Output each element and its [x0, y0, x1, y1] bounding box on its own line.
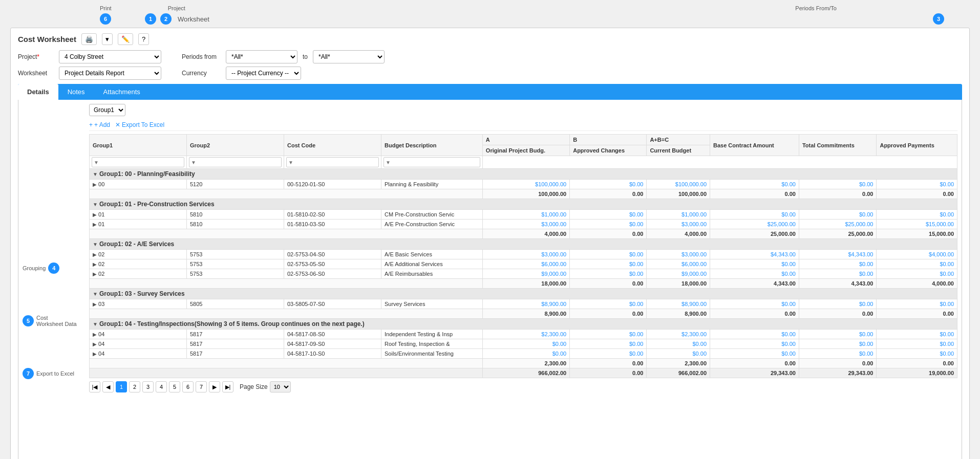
filter-group1[interactable] — [92, 157, 184, 167]
group-header-row: ▼ Group1: 02 - A/E Services — [90, 239, 957, 250]
col-header-approved-payments: Approved Payments — [877, 135, 957, 156]
pagination-bar: |◀ ◀ 1 2 3 4 5 6 7 ▶ ▶| Page Size 10 — [89, 378, 957, 396]
help-button[interactable]: ? — [138, 33, 149, 45]
group-header-row: ▼ Group1: 01 - Pre-Construction Services — [90, 199, 957, 210]
edit-button[interactable]: ✏️ — [118, 33, 133, 45]
periods-badge: 3 — [933, 13, 944, 25]
cost-data-badge: 5 — [23, 315, 34, 326]
col-header-group1: Group1 — [90, 135, 187, 156]
table-row: ▶ 02 5753 02-5753-05-S0 A/E Additional S… — [90, 259, 957, 269]
row-expand-button[interactable]: ▶ — [93, 332, 97, 337]
col-header-group2: Group2 — [187, 135, 284, 156]
add-button[interactable]: + + Add — [89, 121, 110, 128]
row-expand-button[interactable]: ▶ — [93, 261, 97, 267]
page-size-label: Page Size — [240, 383, 268, 390]
subtotal-row: 8,900.00 0.00 8,900.00 0.00 0.00 0.00 — [90, 309, 957, 319]
table-row: ▶ 02 5753 02-5753-04-S0 A/E Basic Servic… — [90, 250, 957, 259]
currency-select[interactable]: -- Project Currency -- — [226, 67, 301, 80]
grouping-select[interactable]: Group1 — [89, 104, 125, 116]
row-expand-button[interactable]: ▶ — [93, 351, 97, 357]
subtotal-row: 18,000.00 0.00 18,000.00 4,343.00 4,343.… — [90, 279, 957, 289]
filter-group2[interactable] — [189, 157, 282, 167]
project-badge: 1 — [145, 13, 156, 25]
periods-to-select[interactable]: *All* — [313, 50, 385, 63]
export-excel-button[interactable]: ✕ Export To Excel — [115, 121, 164, 128]
page-3-button[interactable]: 3 — [142, 381, 154, 392]
export-side-label: Export to Excel — [36, 370, 74, 377]
row-expand-button[interactable]: ▶ — [93, 341, 97, 347]
subtotal-row: 2,300.00 0.00 2,300.00 0.00 0.00 0.00 — [90, 359, 957, 368]
worksheet-top-label: Worksheet — [178, 15, 209, 23]
page-size-select[interactable]: 10 25 50 — [270, 381, 291, 392]
row-expand-button[interactable]: ▶ — [93, 222, 97, 227]
group-header-row: ▼ Group1: 03 - Survey Services — [90, 289, 957, 299]
grouping-side-label: Grouping — [23, 265, 46, 271]
cost-worksheet-table: Group1 Group2 Cost Code Budget Descripti… — [89, 134, 957, 378]
table-row: ▶ 00 5120 00-5120-01-S0 Planning & Feasi… — [90, 180, 957, 189]
col-header-original-budget: Original Project Budg. — [482, 145, 569, 156]
grand-total-row: 966,002.00 0.00 966,002.00 29,343.00 29,… — [90, 368, 957, 378]
col-header-total-commitments: Total Commitments — [799, 135, 877, 156]
filter-description[interactable] — [384, 157, 480, 167]
subtotal-row: 4,000.00 0.00 4,000.00 25,000.00 25,000.… — [90, 229, 957, 239]
col-header-b: B — [570, 135, 647, 145]
col-header-cost-code: Cost Code — [284, 135, 381, 156]
print-dropdown-button[interactable]: ▾ — [102, 33, 113, 45]
next-page-button[interactable]: ▶ — [209, 381, 220, 392]
cost-data-side-label: CostWorksheet Data — [36, 315, 77, 327]
tab-notes[interactable]: Notes — [58, 84, 94, 100]
col-header-budget-desc: Budget Description — [381, 135, 483, 156]
print-top-label: Print — [100, 5, 112, 11]
worksheet-badge: 2 — [160, 13, 172, 25]
tabs-bar: Details Notes Attachments — [18, 84, 962, 100]
first-page-button[interactable]: |◀ — [89, 381, 100, 392]
last-page-button[interactable]: ▶| — [222, 381, 233, 392]
periods-from-select[interactable]: *All* — [226, 50, 297, 63]
periods-to-label: to — [303, 53, 308, 60]
row-expand-button[interactable]: ▶ — [93, 212, 97, 217]
print-badge: 6 — [100, 13, 111, 25]
group-collapse-button[interactable]: ▼ — [93, 321, 98, 327]
row-expand-button[interactable]: ▶ — [93, 301, 97, 307]
col-header-current-budget: Current Budget — [647, 145, 710, 156]
group-collapse-button[interactable]: ▼ — [93, 171, 98, 177]
add-icon: + — [89, 121, 93, 128]
worksheet-label: Worksheet — [18, 70, 54, 77]
prev-page-button[interactable]: ◀ — [102, 381, 114, 392]
table-row: ▶ 04 5817 04-5817-09-S0 Roof Testing, In… — [90, 339, 957, 349]
table-row: ▶ 04 5817 04-5817-08-S0 Independent Test… — [90, 330, 957, 339]
col-header-a: A — [482, 135, 569, 145]
group-header-row: ▼ Group1: 00 - Planning/Feasibility — [90, 169, 957, 180]
subtotal-row: 100,000.00 0.00 100,000.00 0.00 0.00 0.0… — [90, 189, 957, 199]
group-collapse-button[interactable]: ▼ — [93, 291, 98, 297]
table-row: ▶ 01 5810 01-5810-03-S0 A/E Pre-Construc… — [90, 220, 957, 229]
tab-attachments[interactable]: Attachments — [94, 84, 150, 100]
project-label: Project — [18, 53, 54, 60]
page-6-button[interactable]: 6 — [182, 381, 194, 392]
project-select[interactable]: 4 Colby Street — [59, 50, 161, 63]
page-5-button[interactable]: 5 — [169, 381, 180, 392]
currency-label: Currency — [182, 70, 223, 77]
table-row: ▶ 02 5753 02-5753-06-S0 A/E Reimbursable… — [90, 269, 957, 279]
worksheet-select[interactable]: Project Details Report — [59, 67, 161, 80]
panel-title: Cost Worksheet — [18, 35, 76, 43]
row-expand-button[interactable]: ▶ — [93, 271, 97, 277]
row-expand-button[interactable]: ▶ — [93, 252, 97, 257]
page-4-button[interactable]: 4 — [156, 381, 167, 392]
filter-cost-code[interactable] — [286, 157, 379, 167]
table-row: ▶ 03 5805 03-5805-07-S0 Survey Services … — [90, 299, 957, 309]
row-expand-button[interactable]: ▶ — [93, 182, 97, 187]
page-7-button[interactable]: 7 — [196, 381, 207, 392]
print-button[interactable]: 🖨️ — [81, 33, 97, 45]
page-1-button[interactable]: 1 — [116, 381, 127, 392]
group-header-row: ▼ Group1: 04 - Testing/Inspections(Showi… — [90, 319, 957, 330]
col-header-approved-changes: Approved Changes — [570, 145, 647, 156]
tab-content-details: Grouping 4 5 CostWorksheet Data 7 Export… — [18, 100, 962, 459]
page-2-button[interactable]: 2 — [129, 381, 140, 392]
group-collapse-button[interactable]: ▼ — [93, 202, 98, 207]
group-collapse-button[interactable]: ▼ — [93, 242, 98, 247]
tab-details[interactable]: Details — [18, 84, 58, 100]
table-row: ▶ 01 5810 01-5810-02-S0 CM Pre-Construct… — [90, 210, 957, 220]
project-top-label: Project — [168, 5, 185, 11]
export-icon: ✕ — [115, 121, 120, 128]
